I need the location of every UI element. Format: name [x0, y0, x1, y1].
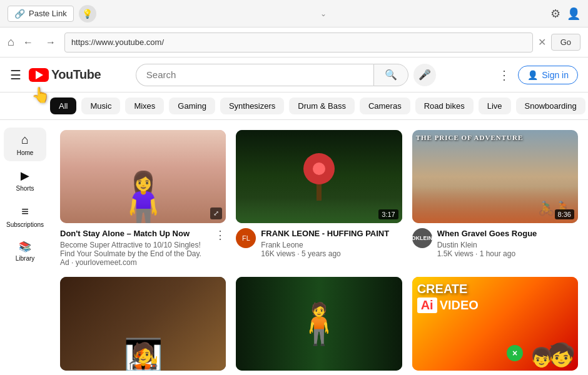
home-icon: ⌂: [21, 132, 29, 147]
filter-chip-music[interactable]: Music: [81, 98, 120, 114]
filter-chip-mixes[interactable]: Mixes: [125, 98, 164, 114]
sidebar-label-shorts: Shorts: [16, 185, 34, 192]
header-right: ⋮ 👤 Sign in: [498, 66, 578, 84]
video-info-3: DKLEIN When Gravel Goes Rogue Dustin Kle…: [412, 228, 578, 258]
search-button[interactable]: 🔍: [373, 64, 408, 86]
subscriptions-icon: ≡: [21, 204, 29, 219]
sidebar-item-shorts[interactable]: ▶ Shorts: [4, 164, 46, 197]
home-nav-button[interactable]: ⌂: [8, 36, 14, 49]
shorts-icon: ▶: [21, 169, 29, 182]
sidebar-item-library[interactable]: 📚 Library: [4, 236, 46, 267]
video-meta-2: FRANK LEONE - HUFFING PAINT Frank Leone …: [261, 228, 402, 258]
video-grid: 🧍‍♀️ ⤢ Don't Stay Alone – Match Up Now B…: [50, 120, 588, 374]
microphone-button[interactable]: 🎤: [413, 64, 436, 86]
more-options-button[interactable]: ⋮: [498, 68, 510, 82]
video-more-button-1[interactable]: ⋮: [215, 228, 226, 242]
video-avatar-3: DKLEIN: [412, 228, 432, 248]
sign-in-button[interactable]: 👤 Sign in: [518, 66, 578, 84]
video-channel-2: Frank Leone: [261, 241, 402, 249]
address-bar: ⌂ ← → ✕ Go: [0, 28, 588, 58]
video-thumbnail-2: 3:17: [236, 130, 402, 223]
back-button[interactable]: ←: [19, 34, 37, 51]
video-thumbnail-5: 🧍: [236, 277, 402, 370]
library-icon: 📚: [19, 241, 31, 252]
main-content: ⌂ Home ▶ Shorts ≡ Subscriptions 📚 Librar…: [0, 120, 588, 374]
top-bar: 🔗 Paste Link 💡 ⌄ ⚙ 👤: [0, 0, 588, 28]
youtube-logo[interactable]: YouTube: [29, 68, 101, 82]
filter-chip-cameras[interactable]: Cameras: [360, 98, 410, 114]
filter-chip-all[interactable]: All: [50, 98, 76, 114]
filter-chip-live[interactable]: Live: [479, 98, 511, 114]
green-close-button[interactable]: ×: [507, 345, 523, 361]
video-duration-3: 8:36: [555, 209, 574, 219]
filter-chip-road-bikes[interactable]: Road bikes: [415, 98, 474, 114]
video-channel-1: Ad · yourlovemeet.com: [60, 258, 210, 267]
video-duration-2: 3:17: [378, 209, 398, 219]
external-link-icon: ⤢: [210, 208, 222, 219]
sidebar-item-home[interactable]: ⌂ Home: [4, 128, 46, 161]
filter-chip-gaming[interactable]: Gaming: [169, 98, 215, 114]
video-meta-3: When Gravel Goes Rogue Dustin Klein 1.5K…: [437, 228, 578, 258]
search-container: 🔍 🎤: [136, 64, 436, 86]
video-title-3: When Gravel Goes Rogue: [437, 228, 578, 239]
filter-bar: All Music Mixes Gaming Synthesizers Drum…: [0, 92, 588, 120]
link-icon: 🔗: [14, 9, 25, 19]
video-card-1[interactable]: 🧍‍♀️ ⤢ Don't Stay Alone – Match Up Now B…: [60, 130, 226, 267]
top-bar-left: 🔗 Paste Link 💡: [8, 5, 96, 22]
youtube-logo-icon: [29, 68, 49, 82]
video-thumbnail-6: CREATE Ai VIDEO 🧒 👦: [412, 277, 578, 370]
video-title-2: FRANK LEONE - HUFFING PAINT: [261, 228, 402, 239]
video-title-1: Don't Stay Alone – Match Up Now: [60, 228, 210, 239]
filter-chip-synthesizers[interactable]: Synthesizers: [220, 98, 284, 114]
video-avatar-2: FL: [236, 228, 256, 248]
sidebar-label-subscriptions: Subscriptions: [6, 221, 44, 228]
chevron-down-icon: ⌄: [320, 8, 327, 19]
video-card-2[interactable]: 3:17 FL FRANK LEONE - HUFFING PAINT Fran…: [236, 130, 402, 267]
settings-icon[interactable]: ⚙: [550, 7, 560, 21]
sidebar-label-home: Home: [17, 149, 34, 156]
video-stats-3: 1.5K views · 1 hour ago: [437, 249, 578, 258]
sidebar: ⌂ Home ▶ Shorts ≡ Subscriptions 📚 Librar…: [0, 120, 50, 374]
video-thumbnail-1: 🧍‍♀️ ⤢: [60, 130, 226, 223]
sidebar-item-subscriptions[interactable]: ≡ Subscriptions: [4, 199, 46, 233]
forward-button[interactable]: →: [42, 34, 59, 51]
video-subtitle-1: Become Super Attractive to 10/10 Singles…: [60, 241, 210, 258]
signin-label: Sign in: [542, 70, 569, 80]
video-thumbnail-3: THE PRICE OF ADVENTURE 🚴‍♂️🚴 8:36: [412, 130, 578, 223]
go-button[interactable]: Go: [551, 34, 580, 51]
youtube-header: ☰ YouTube 🔍 🎤 ⋮ 👤 Sign in: [0, 58, 588, 92]
clear-url-button[interactable]: ✕: [538, 36, 546, 48]
paste-link-button[interactable]: 🔗 Paste Link: [8, 6, 74, 22]
user-icon[interactable]: 👤: [567, 7, 580, 21]
video-card-4[interactable]: 🎹 🧑‍🎤: [60, 277, 226, 374]
video-card-3[interactable]: THE PRICE OF ADVENTURE 🚴‍♂️🚴 8:36 DKLEIN…: [412, 130, 578, 267]
url-input[interactable]: [64, 32, 533, 52]
video-meta-1: Don't Stay Alone – Match Up Now Become S…: [60, 228, 210, 267]
video-thumbnail-4: 🎹 🧑‍🎤: [60, 277, 226, 370]
video-stats-2: 16K views · 5 years ago: [261, 249, 402, 258]
hamburger-menu-button[interactable]: ☰: [10, 68, 21, 82]
youtube-logo-text: YouTube: [51, 68, 101, 82]
play-triangle: [36, 71, 43, 79]
filter-chip-drum-bass[interactable]: Drum & Bass: [289, 98, 355, 114]
top-bar-right: ⚙ 👤: [550, 7, 580, 21]
filter-chip-snowboarding[interactable]: Snowboarding: [516, 98, 585, 114]
video-info-2: FL FRANK LEONE - HUFFING PAINT Frank Leo…: [236, 228, 402, 258]
person-icon: 👤: [527, 70, 538, 80]
video-card-5[interactable]: 🧍: [236, 277, 402, 374]
video-channel-3: Dustin Klein: [437, 241, 578, 249]
lightbulb-button[interactable]: 💡: [79, 5, 96, 22]
video-info-1: Don't Stay Alone – Match Up Now Become S…: [60, 228, 226, 267]
search-input[interactable]: [136, 64, 373, 86]
video-card-6[interactable]: CREATE Ai VIDEO 🧒 👦 Create Ai Video: [412, 277, 578, 374]
paste-link-label: Paste Link: [29, 9, 67, 18]
sidebar-label-library: Library: [16, 255, 35, 262]
